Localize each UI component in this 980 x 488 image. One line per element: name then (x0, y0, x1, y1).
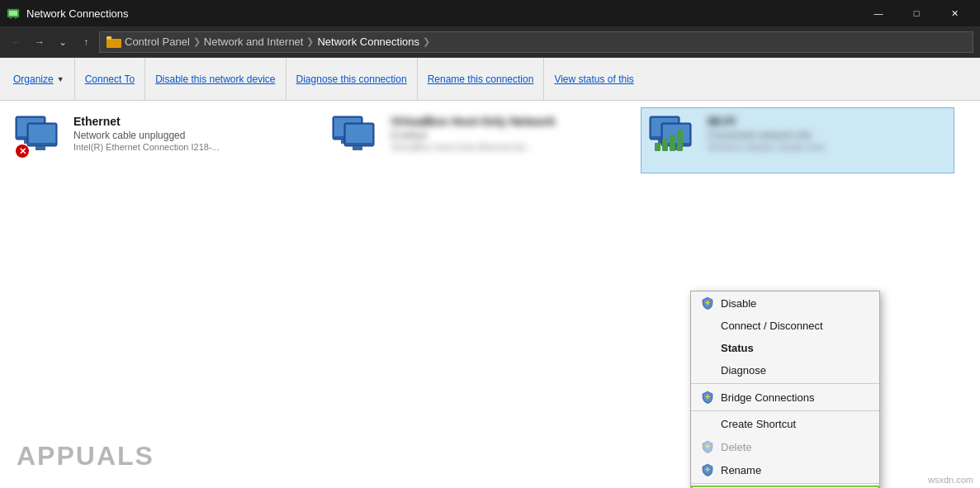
virtualbox-icon (331, 115, 381, 158)
svg-rect-36 (707, 444, 708, 448)
watermark: APPUALS (17, 441, 154, 471)
context-delete[interactable]: Delete (691, 435, 879, 458)
wifi-info: Wi-Fi Connected network info Wireless ad… (708, 115, 947, 152)
breadcrumb-control-panel[interactable]: Control Panel (125, 36, 190, 48)
adapter-ethernet[interactable]: ✕ Ethernet Network cable unplugged Intel… (7, 107, 320, 173)
ethernet-status: Network cable unplugged (73, 130, 313, 141)
toolbar-viewstatus-button[interactable]: View status of this (544, 58, 644, 100)
delete-label: Delete (721, 441, 752, 453)
disable-label: Disable this network device (155, 73, 275, 85)
close-button[interactable]: ✕ (935, 0, 973, 26)
status-label: Status (721, 342, 754, 354)
ethernet-name: Ethernet (73, 115, 313, 128)
wsxdn-watermark: wsxdn.com (928, 475, 973, 485)
nav-forward-button[interactable]: → (30, 32, 50, 52)
shield-icon-delete (701, 440, 714, 453)
svg-rect-6 (107, 39, 121, 48)
wifi-icon (648, 115, 698, 158)
ethernet-icon: ✕ (14, 115, 64, 158)
connect-disconnect-label: Connect / Disconnect (721, 320, 823, 332)
svg-rect-20 (353, 146, 362, 150)
virtualbox-icon-container (331, 115, 384, 161)
breadcrumb: Control Panel ❯ Network and Internet ❯ N… (99, 31, 973, 53)
viewstatus-label: View status of this (554, 73, 634, 85)
context-menu: Disable Connect / Disconnect Status Diag… (690, 291, 880, 488)
shield-icon-rename (701, 463, 714, 476)
breadcrumb-network-connections[interactable]: Network Connections (317, 36, 419, 48)
organize-label: Organize (13, 73, 54, 85)
svg-rect-19 (346, 125, 372, 143)
title-bar: Network Connections — □ ✕ (0, 0, 980, 26)
virtualbox-status: Enabled (391, 130, 630, 141)
create-shortcut-label: Create Shortcut (721, 418, 796, 430)
breadcrumb-sep-3: ❯ (423, 36, 430, 47)
svg-rect-38 (707, 467, 708, 471)
svg-rect-32 (707, 301, 708, 305)
svg-text:✕: ✕ (19, 146, 26, 156)
svg-rect-1 (9, 11, 17, 16)
breadcrumb-sep-1: ❯ (193, 36, 201, 47)
svg-rect-29 (670, 135, 675, 151)
virtualbox-detail: VirtualBox Host-Only Ethernet Ad... (391, 142, 630, 152)
context-create-shortcut[interactable]: Create Shortcut (691, 413, 879, 435)
wifi-icon-container (648, 115, 701, 161)
separator-3 (691, 483, 879, 484)
context-connect-disconnect[interactable]: Connect / Disconnect (691, 315, 879, 337)
ethernet-icon-container: ✕ (14, 115, 67, 161)
toolbar-disable-button[interactable]: Disable this network device (145, 58, 286, 100)
svg-rect-11 (29, 125, 55, 143)
rename-label: Rename (721, 464, 761, 476)
main-content: ✕ Ethernet Network cable unplugged Intel… (0, 101, 980, 488)
virtualbox-name: VirtualBox Host-Only Network (391, 115, 630, 128)
context-rename[interactable]: Rename (691, 458, 879, 481)
window-controls: — □ ✕ (859, 0, 973, 26)
wifi-status: Connected network info (708, 130, 947, 141)
shield-icon-disable (701, 296, 714, 310)
separator-1 (691, 383, 879, 384)
svg-rect-30 (677, 130, 683, 151)
window-title: Network Connections (26, 7, 129, 20)
virtualbox-info: VirtualBox Host-Only Network Enabled Vir… (391, 115, 630, 152)
folder-icon (107, 36, 121, 48)
adapter-virtualbox[interactable]: VirtualBox Host-Only Network Enabled Vir… (324, 107, 637, 173)
ethernet-detail: Intel(R) Ethernet Connection I218-... (73, 142, 313, 152)
toolbar-diagnose-button[interactable]: Diagnose this connection (286, 58, 418, 100)
toolbar-connect-to-button[interactable]: Connect To (75, 58, 146, 100)
nav-dropdown-button[interactable]: ⌄ (53, 32, 73, 52)
wifi-name: Wi-Fi (708, 115, 947, 128)
breadcrumb-sep-2: ❯ (306, 36, 314, 47)
maximize-button[interactable]: □ (897, 0, 935, 26)
window-icon (7, 7, 20, 20)
context-bridge[interactable]: Bridge Connections (691, 386, 879, 409)
nav-up-button[interactable]: ↑ (76, 32, 96, 52)
context-diagnose[interactable]: Diagnose (691, 359, 879, 381)
bridge-label: Bridge Connections (721, 391, 814, 404)
adapter-wifi[interactable]: Wi-Fi Connected network info Wireless ad… (641, 107, 954, 173)
ethernet-info: Ethernet Network cable unplugged Intel(R… (73, 115, 313, 152)
svg-rect-27 (655, 143, 660, 151)
address-bar: ← → ⌄ ↑ Control Panel ❯ Network and Inte… (0, 26, 980, 58)
svg-rect-28 (662, 139, 668, 151)
nav-back-button[interactable]: ← (7, 32, 26, 52)
organize-arrow: ▼ (57, 75, 64, 83)
wifi-detail: Wireless adapter details here (708, 142, 947, 152)
context-disable[interactable]: Disable (691, 291, 879, 315)
rename-label: Rename this connection (428, 73, 534, 85)
diagnose-label: Diagnose (721, 364, 766, 377)
toolbar-organize-button[interactable]: Organize ▼ (3, 58, 75, 100)
separator-2 (691, 410, 879, 411)
toolbar: Organize ▼ Connect To Disable this netwo… (0, 58, 980, 101)
svg-rect-34 (707, 395, 708, 399)
disable-label: Disable (721, 297, 756, 310)
minimize-button[interactable]: — (859, 0, 897, 26)
shield-icon-bridge (701, 391, 714, 404)
diagnose-label: Diagnose this connection (296, 73, 407, 85)
connect-to-label: Connect To (85, 73, 135, 85)
svg-rect-12 (36, 146, 45, 150)
breadcrumb-network-internet[interactable]: Network and Internet (204, 36, 304, 48)
context-status[interactable]: Status (691, 337, 879, 359)
toolbar-rename-button[interactable]: Rename this connection (418, 58, 545, 100)
